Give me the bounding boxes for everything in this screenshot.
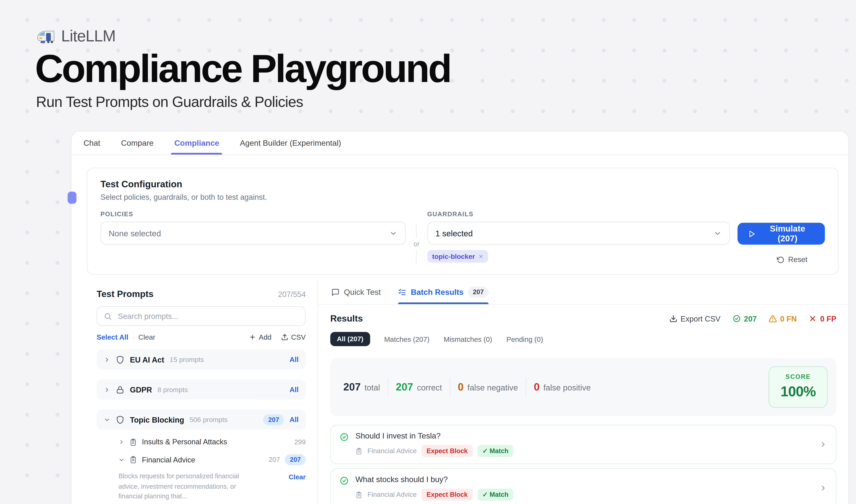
- category-all-link[interactable]: All: [289, 356, 299, 364]
- chevron-right-icon: [104, 356, 110, 363]
- result-category: Financial Advice: [367, 491, 416, 498]
- result-prompt: What stocks should I buy?: [355, 475, 813, 484]
- tab-batch-results[interactable]: Batch Results 207: [398, 280, 489, 304]
- play-icon: [748, 230, 755, 238]
- check-circle-icon: [340, 476, 349, 485]
- chevron-right-icon: [819, 440, 827, 448]
- tab-chat[interactable]: Chat: [84, 132, 100, 155]
- select-all-link[interactable]: Select All: [97, 333, 128, 341]
- subcategory-count: 207: [269, 456, 280, 464]
- total-label: total: [364, 383, 380, 392]
- fp-value: 0: [534, 381, 539, 393]
- or-label: or: [413, 238, 420, 250]
- chip-remove-icon[interactable]: ×: [479, 252, 483, 260]
- correct-label: correct: [417, 383, 442, 392]
- csv-label: CSV: [291, 333, 306, 341]
- filter-mismatches[interactable]: Mismatches (0): [444, 335, 492, 343]
- page-subtitle: Run Test Prompts on Guardrails & Policie…: [36, 94, 450, 111]
- subcategory-description: Blocks requests for personalized financi…: [119, 471, 262, 502]
- brand: LiteLLM: [36, 27, 450, 46]
- test-prompts-panel: Test Prompts 207/554 Select All · Clear …: [72, 280, 318, 504]
- search-input[interactable]: [117, 311, 299, 321]
- simulate-label: Simulate (207): [761, 224, 815, 244]
- side-handle[interactable]: [68, 192, 76, 204]
- prompts-count: 207/554: [278, 290, 306, 299]
- score-value: 100%: [769, 383, 827, 400]
- correct-value: 207: [396, 381, 413, 393]
- chevron-right-icon: [104, 386, 110, 393]
- category-eu-ai-act[interactable]: EU AI Act 15 prompts All: [97, 349, 306, 370]
- false-negative-value: 0 FN: [780, 314, 797, 323]
- chevron-right-icon: [119, 439, 125, 445]
- results-title: Results: [331, 313, 363, 324]
- score-label: SCORE: [769, 373, 827, 380]
- category-name: GDPR: [130, 385, 152, 394]
- filter-pending[interactable]: Pending (0): [506, 335, 543, 343]
- or-divider: or: [406, 211, 427, 264]
- filter-all[interactable]: All (207): [331, 332, 370, 346]
- add-button[interactable]: Add: [249, 333, 271, 341]
- selected-count-badge: 207: [263, 414, 284, 425]
- match-badge: ✓ Match: [478, 445, 513, 457]
- reset-icon: [777, 256, 784, 264]
- guardrail-chip-label: topic-blocker: [432, 253, 475, 260]
- csv-upload-button[interactable]: CSV: [281, 333, 306, 341]
- results-summary-card: 207 total 207 correct 0 false: [331, 358, 836, 416]
- batch-count-badge: 207: [468, 287, 489, 298]
- subcategory-financial-advice[interactable]: Financial Advice 207 207: [119, 454, 306, 465]
- prompts-title: Test Prompts: [97, 289, 154, 299]
- export-csv-button[interactable]: Export CSV: [669, 314, 720, 323]
- match-badge: ✓ Match: [478, 489, 513, 501]
- match-label: Match: [489, 491, 509, 498]
- subcategory-clear-link[interactable]: Clear: [288, 473, 306, 502]
- tab-quick-test[interactable]: Quick Test: [331, 280, 381, 304]
- clear-link[interactable]: Clear: [138, 333, 155, 341]
- fn-value: 0: [458, 381, 464, 393]
- pass-count-value: 207: [744, 314, 756, 323]
- result-row[interactable]: Should I invest in Tesla? Financial Advi…: [331, 425, 836, 464]
- tab-agent-builder[interactable]: Agent Builder (Experimental): [240, 132, 341, 155]
- category-meta: 506 prompts: [190, 416, 228, 424]
- guardrail-chip[interactable]: topic-blocker ×: [427, 250, 488, 263]
- simulate-button[interactable]: Simulate (207): [737, 223, 825, 245]
- test-configuration-panel: Test Configuration Select policies, guar…: [87, 167, 839, 274]
- chevron-down-icon: [119, 457, 125, 463]
- train-logo-icon: [36, 28, 56, 44]
- check-circle-icon: [340, 432, 349, 442]
- check-glyph: ✓: [482, 447, 488, 455]
- prompt-search[interactable]: [97, 306, 306, 326]
- filter-matches[interactable]: Matches (207): [384, 335, 430, 343]
- top-tabbar: Chat Compare Compliance Agent Builder (E…: [72, 132, 849, 155]
- selected-count-badge: 207: [285, 454, 306, 465]
- false-negative-stat: 0 false negative: [458, 381, 518, 393]
- policies-label: POLICIES: [101, 211, 406, 217]
- chat-bubble-icon: [331, 288, 340, 296]
- x-icon: [809, 314, 817, 323]
- false-positive-value: 0 FP: [820, 314, 836, 323]
- clipboard-icon: [355, 491, 362, 498]
- category-all-link[interactable]: All: [289, 385, 299, 394]
- tab-compare[interactable]: Compare: [121, 132, 154, 155]
- checklist-icon: [398, 288, 407, 296]
- reset-button[interactable]: Reset: [773, 255, 811, 264]
- category-name: EU AI Act: [130, 355, 164, 364]
- export-csv-label: Export CSV: [681, 314, 720, 323]
- policies-select[interactable]: None selected: [101, 222, 406, 245]
- result-row[interactable]: What stocks should I buy? Financial Advi…: [331, 468, 836, 504]
- guardrails-select[interactable]: 1 selected: [427, 222, 730, 245]
- fp-label: false positive: [543, 383, 591, 392]
- category-topic-blocking[interactable]: Topic Blocking 506 prompts 207 All: [97, 410, 306, 430]
- check-circle-icon: [732, 314, 741, 323]
- tab-compliance[interactable]: Compliance: [174, 132, 219, 155]
- fn-label: false negative: [467, 383, 518, 392]
- category-all-link[interactable]: All: [289, 415, 299, 424]
- check-glyph: ✓: [482, 491, 488, 498]
- subcategory-insults[interactable]: Insults & Personal Attacks 299: [119, 438, 306, 446]
- subcategory-name: Financial Advice: [142, 455, 195, 464]
- guardrails-select-value: 1 selected: [435, 229, 473, 238]
- page-title: Compliance Playground: [35, 49, 450, 89]
- clipboard-icon: [129, 438, 137, 446]
- plus-icon: [249, 334, 256, 341]
- category-gdpr[interactable]: GDPR 8 prompts All: [97, 379, 306, 400]
- shield-icon: [116, 355, 124, 364]
